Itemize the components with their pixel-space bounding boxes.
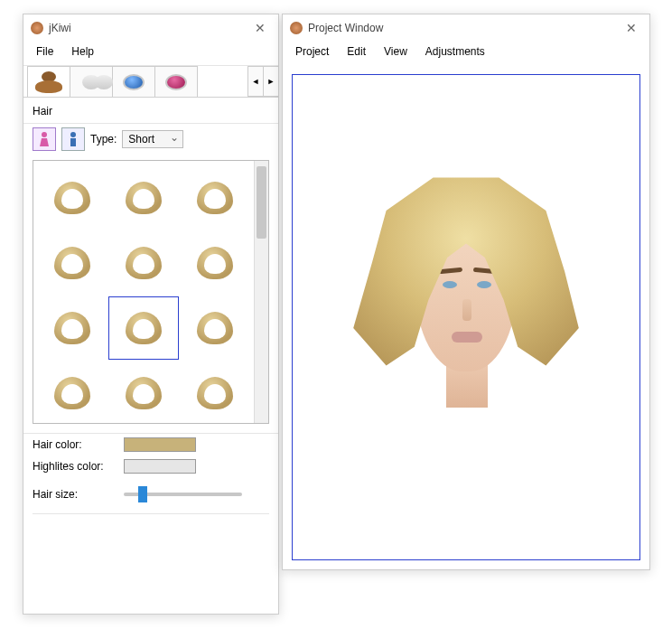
menu-adjustments[interactable]: Adjustments [418, 43, 492, 60]
tab-lipstick[interactable] [154, 66, 198, 97]
tab-eyeshadow[interactable] [112, 66, 155, 97]
project-title: Project Window [308, 22, 621, 34]
divider [33, 513, 269, 514]
hair-thumb[interactable] [37, 361, 107, 423]
slider-thumb[interactable] [138, 486, 147, 502]
gender-female-button[interactable] [33, 127, 56, 151]
hair-thumb[interactable] [108, 166, 178, 230]
hair-thumb[interactable] [181, 361, 250, 423]
highlights-label: Highlites color: [33, 460, 118, 473]
tabs-scroll-right[interactable]: ► [263, 66, 279, 97]
highlights-row: Highlites color: [23, 455, 278, 477]
hair-thumb[interactable] [181, 231, 250, 295]
svg-rect-2 [70, 138, 76, 146]
scrollbar-grip[interactable] [257, 166, 266, 239]
jars-icon [82, 75, 100, 89]
menu-project[interactable]: Project [288, 43, 336, 60]
tabs-scroll-left[interactable]: ◄ [247, 66, 264, 97]
main-window: jKiwi ✕ File Help ◄ ► Hair Type: Short [23, 14, 279, 615]
hair-thumb[interactable] [37, 166, 107, 230]
close-icon[interactable]: ✕ [249, 21, 271, 35]
gender-type-row: Type: Short [23, 124, 278, 155]
menu-help[interactable]: Help [64, 43, 101, 60]
hair-thumbnails [33, 160, 269, 424]
project-menubar: Project Edit View Adjustments [283, 42, 649, 65]
hair-color-row: Hair color: [23, 434, 278, 455]
app-icon [31, 22, 43, 34]
hair-thumb[interactable] [181, 166, 250, 230]
type-label: Type: [90, 133, 117, 146]
blue-compact-icon [123, 74, 145, 90]
tab-foundation[interactable] [70, 66, 113, 97]
hair-thumb-selected[interactable] [108, 296, 178, 360]
hair-thumb[interactable] [37, 296, 107, 360]
model-preview [349, 164, 583, 471]
tab-hair[interactable] [27, 66, 70, 97]
hair-size-label: Hair size: [33, 488, 118, 501]
preview-canvas[interactable] [292, 74, 640, 560]
category-tabs: ◄ ► [23, 66, 278, 98]
hair-color-swatch[interactable] [124, 437, 196, 452]
red-compact-icon [165, 74, 187, 90]
hair-color-label: Hair color: [33, 438, 118, 451]
hair-bun-icon [35, 71, 62, 93]
main-title: jKiwi [49, 22, 249, 34]
hair-thumb[interactable] [108, 231, 178, 295]
project-window: Project Window ✕ Project Edit View Adjus… [282, 14, 650, 570]
menu-edit[interactable]: Edit [340, 43, 373, 60]
type-value: Short [128, 133, 154, 146]
hair-thumb[interactable] [37, 231, 107, 295]
menu-file[interactable]: File [29, 43, 61, 60]
main-menubar: File Help [23, 42, 278, 65]
male-icon [67, 130, 79, 148]
hair-thumb[interactable] [181, 296, 250, 360]
hair-size-slider[interactable] [124, 493, 242, 496]
hair-size-row: Hair size: [23, 477, 278, 504]
svg-point-1 [70, 132, 76, 137]
female-icon [38, 130, 51, 148]
hair-thumb[interactable] [108, 361, 178, 423]
highlights-color-swatch[interactable] [124, 459, 196, 474]
menu-view[interactable]: View [377, 43, 415, 60]
svg-point-0 [42, 132, 47, 137]
main-titlebar[interactable]: jKiwi ✕ [23, 14, 278, 42]
thumbs-scrollbar[interactable] [254, 161, 268, 423]
type-select[interactable]: Short [122, 130, 183, 148]
gender-male-button[interactable] [61, 127, 85, 151]
hair-thumbs-grid [33, 161, 254, 423]
section-label: Hair [23, 98, 278, 123]
project-titlebar[interactable]: Project Window ✕ [283, 14, 649, 42]
close-icon[interactable]: ✕ [621, 21, 642, 35]
app-icon [290, 22, 303, 34]
